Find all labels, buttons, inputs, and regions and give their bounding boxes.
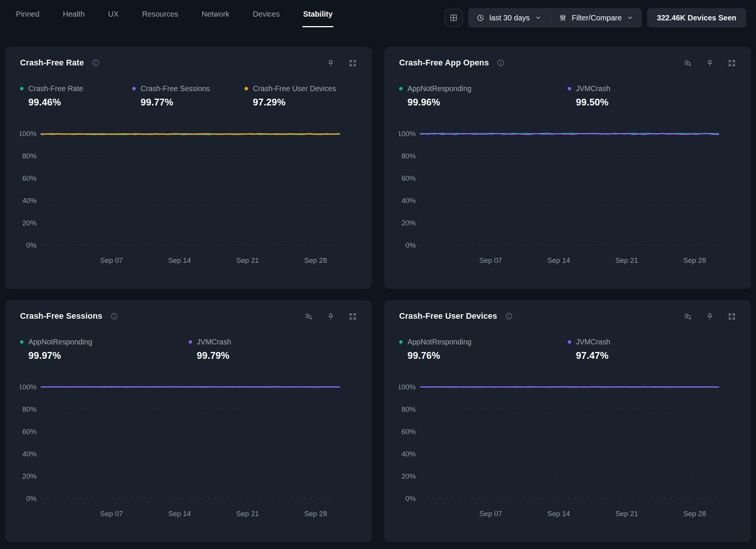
expand-button[interactable] [349, 312, 357, 321]
devices-seen-badge: 322.46K Devices Seen [647, 8, 746, 28]
legend-label: JVMCrash [576, 84, 610, 93]
expand-icon [349, 312, 357, 321]
panel-actions [327, 59, 357, 67]
legend-item[interactable]: Crash-Free Rate99.46% [20, 84, 132, 108]
info-icon[interactable] [92, 59, 99, 67]
legend-label: JVMCrash [197, 338, 231, 346]
panel-actions [683, 312, 736, 321]
svg-text:Sep 21: Sep 21 [236, 256, 259, 264]
svg-text:20%: 20% [22, 219, 37, 227]
svg-text:Sep 28: Sep 28 [683, 256, 706, 264]
legend-label: AppNotResponding [407, 84, 471, 93]
toolbar: last 30 days Filter/Compar [445, 0, 746, 36]
svg-text:60%: 60% [401, 428, 416, 436]
chart-legend: Crash-Free Rate99.46%Crash-Free Sessions… [20, 84, 357, 108]
panel-header: Crash-Free Sessions [20, 300, 357, 321]
line-chart: 100%80%60%40%20%0%Sep 07Sep 14Sep 21Sep … [20, 129, 357, 273]
svg-text:80%: 80% [22, 405, 37, 413]
chevron-down-icon [535, 14, 542, 21]
nav-tab-stability[interactable]: Stability [302, 0, 333, 27]
svg-text:Sep 14: Sep 14 [168, 256, 191, 264]
svg-text:80%: 80% [401, 152, 416, 160]
panel-actions [683, 59, 736, 67]
svg-text:Sep 28: Sep 28 [683, 510, 706, 518]
legend-label: AppNotResponding [28, 338, 92, 346]
chart-legend: AppNotResponding99.96%JVMCrash99.50% [399, 84, 736, 108]
legend-value: 99.97% [28, 350, 189, 361]
nav-tabs: PinnedHealthUXResourcesNetworkDevicesSta… [15, 0, 333, 27]
pin-button[interactable] [327, 59, 335, 67]
expand-icon [349, 59, 357, 67]
chart-legend: AppNotResponding99.76%JVMCrash97.47% [399, 338, 736, 361]
chart-legend: AppNotResponding99.97%JVMCrash99.79% [20, 338, 357, 361]
svg-text:0%: 0% [26, 241, 37, 249]
legend-item[interactable]: JVMCrash99.50% [568, 84, 736, 108]
legend-item[interactable]: Crash-Free Sessions99.77% [132, 84, 245, 108]
legend-label: AppNotResponding [407, 338, 471, 346]
svg-text:0%: 0% [26, 495, 37, 502]
grid-view-button[interactable] [445, 9, 463, 27]
svg-text:100%: 100% [399, 130, 416, 138]
legend-dot [399, 340, 403, 344]
filter-compare-button[interactable]: Filter/Compare [550, 8, 642, 28]
legend-item[interactable]: AppNotResponding99.97% [20, 338, 189, 361]
filter-controls: last 30 days Filter/Compar [468, 8, 642, 28]
legend-dot [132, 87, 136, 90]
svg-text:0%: 0% [406, 495, 416, 502]
legend-value: 99.96% [407, 97, 568, 108]
list-search-button[interactable] [304, 312, 313, 321]
info-icon[interactable] [505, 313, 513, 320]
pin-icon [706, 312, 714, 321]
pin-button[interactable] [706, 59, 714, 67]
legend-item[interactable]: Crash-Free User Devices97.29% [245, 84, 357, 108]
svg-text:Sep 07: Sep 07 [100, 510, 123, 518]
panel-title: Crash-Free App Opens [399, 58, 489, 68]
nav-tab-resources[interactable]: Resources [141, 0, 179, 27]
expand-button[interactable] [349, 59, 357, 67]
list-search-button[interactable] [683, 312, 692, 321]
svg-text:20%: 20% [22, 472, 37, 480]
nav-tab-network[interactable]: Network [201, 0, 230, 27]
svg-text:Sep 21: Sep 21 [615, 256, 638, 264]
chevron-down-icon [627, 14, 634, 21]
top-bar: PinnedHealthUXResourcesNetworkDevicesSta… [0, 0, 756, 36]
expand-button[interactable] [728, 312, 736, 321]
legend-value: 97.29% [253, 97, 357, 108]
legend-item[interactable]: JVMCrash99.79% [189, 338, 357, 361]
panel-crash-free-sessions: Crash-Free Sessions AppNotResponding99.9… [5, 300, 372, 542]
time-range-label: last 30 days [490, 14, 530, 22]
legend-item[interactable]: AppNotResponding99.96% [399, 84, 568, 108]
legend-item[interactable]: AppNotResponding99.76% [399, 338, 568, 361]
legend-value: 99.76% [407, 350, 568, 361]
info-icon[interactable] [111, 313, 118, 320]
expand-icon [728, 59, 736, 67]
pin-icon [327, 59, 335, 67]
nav-tab-devices[interactable]: Devices [252, 0, 280, 27]
nav-tab-pinned[interactable]: Pinned [15, 0, 40, 27]
expand-icon [728, 312, 736, 321]
nav-tab-health[interactable]: Health [62, 0, 85, 27]
clock-icon [476, 14, 485, 22]
svg-text:20%: 20% [401, 219, 416, 227]
expand-button[interactable] [728, 59, 736, 67]
pin-button[interactable] [706, 312, 714, 321]
nav-tab-ux[interactable]: UX [107, 0, 119, 27]
info-icon[interactable] [497, 59, 504, 67]
panel-header: Crash-Free App Opens [399, 47, 736, 68]
legend-item[interactable]: JVMCrash97.47% [568, 338, 736, 361]
list-search-button[interactable] [683, 59, 692, 67]
time-range-button[interactable]: last 30 days [468, 8, 550, 28]
panel-crash-free-user-devices: Crash-Free User Devices AppNotResponding… [384, 300, 751, 542]
dashboard-grid: Crash-Free Rate Crash-Free Rate99.46%Cra… [0, 36, 756, 542]
svg-text:Sep 14: Sep 14 [547, 510, 570, 518]
pin-button[interactable] [327, 312, 335, 321]
legend-value: 99.77% [141, 97, 245, 108]
svg-text:100%: 100% [399, 383, 416, 391]
legend-value: 99.46% [28, 97, 132, 108]
list-search-icon [683, 59, 692, 67]
sliders-icon [559, 14, 567, 22]
legend-label: JVMCrash [576, 338, 610, 346]
panel-crash-free-rate: Crash-Free Rate Crash-Free Rate99.46%Cra… [5, 47, 372, 289]
panel-header: Crash-Free User Devices [399, 300, 736, 321]
legend-dot [245, 87, 248, 90]
